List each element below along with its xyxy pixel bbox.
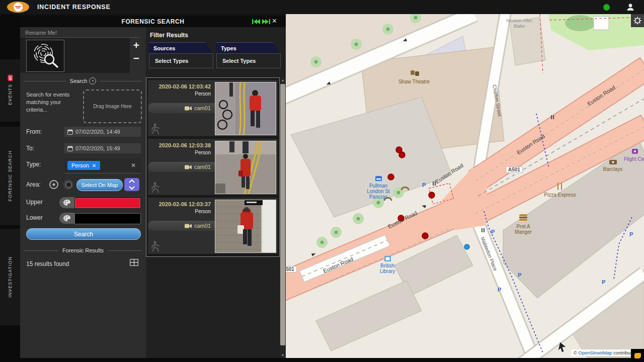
types-select[interactable]: Select Types: [216, 53, 281, 68]
poi-newton-after-blake: Newton After Blake: [503, 18, 535, 29]
camera-name: cam01: [194, 164, 211, 170]
event-marker[interactable]: [388, 174, 394, 180]
remove-profile-button[interactable]: −: [131, 52, 142, 64]
result-thumbnail[interactable]: [215, 200, 276, 253]
result-thumbnail[interactable]: [215, 141, 276, 194]
close-icon[interactable]: ✕: [272, 17, 277, 25]
upper-color-swatch[interactable]: [74, 198, 141, 209]
result-timestamp: 2020-02-06 12:03:37: [148, 198, 215, 207]
camera-icon: [185, 165, 192, 169]
type-clear-icon[interactable]: ✕: [131, 162, 136, 169]
chevron-up-icon[interactable]: [124, 178, 139, 185]
result-type: Person: [148, 207, 215, 214]
svg-text:P: P: [498, 287, 501, 293]
to-label: To:: [26, 145, 34, 152]
filter-results-title: Filter Results: [150, 32, 188, 39]
poi-pizza-express: Pizza Express: [537, 192, 583, 198]
event-marker[interactable]: [399, 152, 405, 158]
svg-text:P: P: [602, 279, 605, 285]
result-item[interactable]: 2020-02-06 12:03:38 Person cam01: [148, 139, 278, 195]
camera-name: cam01: [194, 105, 211, 111]
result-timestamp: 2020-02-06 12:03:38: [148, 139, 215, 148]
scrollbar-thumb[interactable]: [280, 84, 285, 345]
result-camera: cam01: [148, 162, 215, 172]
camera-icon: [185, 224, 192, 228]
from-datetime-input[interactable]: 07/02/2020, 14:49: [64, 127, 141, 137]
event-marker[interactable]: [429, 192, 435, 198]
svg-text:P: P: [518, 272, 521, 278]
rename-input[interactable]: Rename Me!: [25, 30, 140, 38]
event-marker[interactable]: [422, 233, 428, 239]
sidebar-tab-events[interactable]: 19 EVENTS: [0, 59, 20, 122]
chevron-down-icon[interactable]: [124, 185, 139, 191]
result-item[interactable]: 2020-02-06 12:03:42 Person cam01: [148, 80, 278, 136]
search-section-label: Search: [70, 78, 88, 84]
drag-image-dropzone[interactable]: Drag Image Here: [83, 89, 142, 123]
to-value: 07/02/2020, 15:49: [75, 145, 120, 151]
search-form-column: Rename Me! + − Search + S: [20, 27, 146, 358]
from-label: From:: [26, 128, 42, 135]
app-title: INCIDENT RESPONSE: [37, 4, 111, 11]
results-count: 15 results found: [26, 260, 69, 267]
status-dot: [603, 4, 610, 11]
sidebar-tab-forensic-search[interactable]: FORENSIC SEARCH: [0, 127, 20, 225]
lower-color-swatch[interactable]: [74, 213, 141, 224]
result-type: Person: [148, 89, 215, 97]
poi-pret-a-manger: Pret A Manger: [508, 224, 538, 235]
camera-marker-blue[interactable]: [464, 244, 469, 249]
add-profile-button[interactable]: +: [131, 39, 142, 51]
result-type: Person: [148, 148, 215, 155]
type-chip-label: Person: [71, 162, 89, 168]
results-scrollbar[interactable]: ▲ ▼: [280, 77, 286, 358]
sources-select[interactable]: Select Types: [149, 53, 213, 68]
result-info: 2020-02-06 12:03:38 Person cam01: [148, 139, 215, 195]
result-item[interactable]: 2020-02-06 12:03:37 Person cam01: [148, 198, 278, 254]
filter-results-column: Filter Results Sources Types Select Type…: [146, 27, 286, 358]
gear-icon: [633, 17, 641, 25]
result-thumbnail[interactable]: [215, 82, 276, 135]
forensic-search-header: FORENSIC SEARCH ✕: [20, 16, 286, 27]
type-chip-person[interactable]: Person ✕: [67, 161, 100, 170]
search-button[interactable]: Search: [26, 228, 141, 240]
type-field[interactable]: Person ✕ ✕: [64, 158, 141, 173]
fingerprint-search-icon: [31, 43, 59, 68]
bottom-bar: [0, 358, 644, 362]
events-badge: 19: [8, 75, 13, 81]
map-canvas: PPP PPP: [286, 14, 644, 358]
search-profile-thumb[interactable]: [26, 40, 64, 72]
upper-palette-icon[interactable]: [59, 197, 74, 208]
scroll-up-icon[interactable]: ▲: [280, 78, 286, 82]
user-icon[interactable]: [625, 2, 635, 12]
walking-person-icon: [150, 182, 159, 194]
tab-sources[interactable]: Sources: [149, 42, 213, 53]
attribution-prefix: ©: [574, 350, 579, 355]
area-target-icon[interactable]: [48, 179, 59, 190]
map-view[interactable]: PPP PPP Euston Road Euston Road Euston R…: [286, 14, 644, 358]
panel-title: FORENSIC SEARCH: [20, 18, 286, 25]
scroll-down-icon[interactable]: ▼: [280, 353, 286, 357]
map-settings-button[interactable]: [631, 14, 644, 27]
camera-name: cam01: [194, 223, 211, 229]
osm-link[interactable]: OpenStreetMap: [579, 350, 612, 355]
road-shield-a501: A501: [286, 266, 297, 273]
lower-palette-icon[interactable]: [59, 213, 74, 224]
skip-forward-icon[interactable]: [262, 19, 270, 25]
to-datetime-input[interactable]: 07/02/2020, 15:49: [64, 143, 141, 153]
type-label: Type:: [26, 161, 41, 168]
result-info: 2020-02-06 12:03:37 Person cam01: [148, 198, 215, 254]
svg-text:P: P: [629, 231, 633, 237]
calendar-icon: [67, 129, 73, 135]
area-shape-button[interactable]: [63, 179, 73, 190]
select-on-map-button[interactable]: Select On Map: [76, 179, 123, 191]
poi-barclays: Barclays: [593, 166, 633, 172]
search-info-icon[interactable]: +: [89, 77, 96, 84]
area-label: Area:: [26, 181, 41, 188]
results-grid-view-icon[interactable]: [130, 259, 138, 266]
chip-remove-icon[interactable]: ✕: [92, 163, 96, 168]
tab-types[interactable]: Types: [216, 42, 281, 53]
lower-color-label: Lower: [26, 214, 43, 221]
left-tab-strip: 19 EVENTS FORENSIC SEARCH INVESTIGATION: [0, 14, 20, 362]
skip-back-icon[interactable]: [252, 19, 260, 25]
area-spinner[interactable]: [124, 178, 139, 191]
sidebar-tab-investigation[interactable]: INVESTIGATION: [0, 229, 20, 325]
